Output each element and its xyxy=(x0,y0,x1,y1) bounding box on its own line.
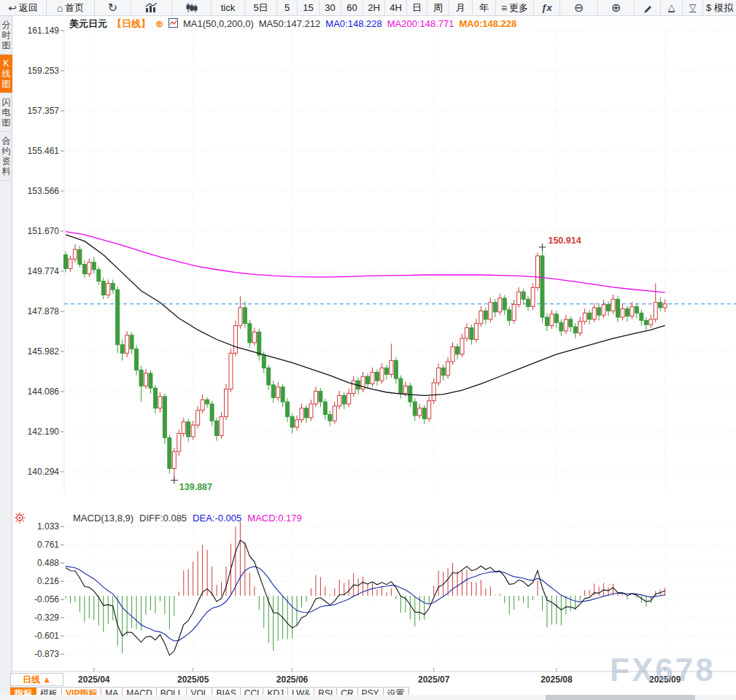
macd-params-label: MACD(13,8,9) xyxy=(73,513,133,524)
buy-button[interactable]: △ xyxy=(661,0,683,15)
period-year-button-label: 年 xyxy=(479,1,489,15)
period-month-button[interactable]: 月 xyxy=(449,0,473,15)
sidebar-item-lightning-chart[interactable]: 闪电图 xyxy=(0,93,12,132)
period-week-button-label: 周 xyxy=(433,1,443,15)
period-60min-button-label: 60 xyxy=(346,2,357,13)
period-selector-button[interactable]: 日线 ▲ xyxy=(10,673,63,686)
chart-header: 美元日元 【日线】 ⊕ MA1(50,0,200,0) MA50:147.212… xyxy=(69,18,516,29)
period-30min-button[interactable]: 30 xyxy=(319,0,341,15)
period-5min-button-label: 5 xyxy=(284,2,290,13)
period-2h-button-label: 2H xyxy=(368,2,380,13)
svg-text:144.086: 144.086 xyxy=(28,386,60,397)
low-annotation: 139.887 xyxy=(171,477,212,492)
macd-value-label: MACD:0.179 xyxy=(247,513,301,524)
horizontal-scrollbar[interactable] xyxy=(0,695,736,700)
refresh-icon: ↻ xyxy=(108,2,117,14)
svg-text:145.982: 145.982 xyxy=(28,346,60,357)
draw-button[interactable] xyxy=(635,0,661,15)
period-4h-button-label: 4H xyxy=(390,2,402,13)
svg-text:151.670: 151.670 xyxy=(28,226,60,236)
zoom-in-icon: ⊕ xyxy=(611,2,621,14)
more-button[interactable]: ≡更多 xyxy=(496,0,534,15)
diff-value-label: DIFF:0.085 xyxy=(139,513,187,524)
add-compare-icon[interactable]: ⊕ xyxy=(155,18,163,29)
left-sidebar: 分时图K线图闪电图合约资料 xyxy=(0,16,12,700)
home-button[interactable]: ⌂首页 xyxy=(47,0,95,15)
svg-text:157.357: 157.357 xyxy=(28,106,60,116)
sidebar-item-time-chart[interactable]: 分时图 xyxy=(0,16,12,55)
sidebar-item-kline-chart[interactable]: K线图 xyxy=(0,55,12,93)
triangle-down-icon: ▽ xyxy=(689,3,696,12)
svg-text:142.190: 142.190 xyxy=(28,427,60,437)
svg-text:139.887: 139.887 xyxy=(179,482,212,492)
svg-text:150.914: 150.914 xyxy=(548,236,581,246)
line-chart-icon xyxy=(145,3,158,12)
svg-text:159.253: 159.253 xyxy=(28,66,60,76)
period-year-button[interactable]: 年 xyxy=(473,0,496,15)
menu-icon: ≡ xyxy=(501,3,507,13)
period-15min-button[interactable]: 15 xyxy=(298,0,319,15)
period-tick-button[interactable]: tick xyxy=(212,0,245,15)
sell-button[interactable]: ▽ xyxy=(683,0,703,15)
candles-series xyxy=(64,244,667,481)
svg-text:140.294: 140.294 xyxy=(28,467,60,477)
period-day-button[interactable]: 日 xyxy=(407,0,427,15)
svg-text:0.216: 0.216 xyxy=(37,576,59,586)
simulate-button[interactable]: $ 模拟 xyxy=(703,0,736,15)
ma0-blue-label: MA0:148.228 xyxy=(325,18,381,29)
app-window: ↩返回⌂首页↻tick5日51530602H4H日周月年≡更多ƒx⊖⊕△▽$ 模… xyxy=(0,0,736,700)
period-15min-button-label: 15 xyxy=(303,2,313,13)
svg-text:-0.601: -0.601 xyxy=(34,631,59,641)
sidebar-item-contract-info[interactable]: 合约资料 xyxy=(0,132,12,181)
scrollbar-thumb[interactable] xyxy=(546,695,695,700)
back-button[interactable]: ↩返回 xyxy=(0,0,47,15)
candle-chart-icon xyxy=(186,3,198,12)
back-button-label: 返回 xyxy=(19,1,38,15)
period-week-button[interactable]: 周 xyxy=(427,0,449,15)
x-axis-label: 2025/07 xyxy=(418,674,449,685)
indicator-settings-icon[interactable] xyxy=(14,512,26,524)
period-60min-button[interactable]: 60 xyxy=(341,0,363,15)
mini-chart-icon xyxy=(168,18,178,30)
top-toolbar: ↩返回⌂首页↻tick5日51530602H4H日周月年≡更多ƒx⊖⊕△▽$ 模… xyxy=(0,0,736,16)
svg-text:153.566: 153.566 xyxy=(28,186,60,196)
period-label: 【日线】 xyxy=(112,18,150,31)
ma-params-label: MA1(50,0,200,0) xyxy=(183,18,254,29)
ma50-line xyxy=(66,235,665,395)
x-axis-label: 2025/04 xyxy=(78,674,109,685)
ma50-value-label: MA50:147.212 xyxy=(259,18,321,29)
svg-text:-0.056: -0.056 xyxy=(34,594,59,604)
zoom-out-icon: ⊖ xyxy=(574,2,584,14)
svg-text:147.878: 147.878 xyxy=(28,306,60,316)
macd-chart[interactable]: 1.0330.7610.4880.216-0.056-0.329-0.601-0… xyxy=(13,510,736,674)
zoom-out-button[interactable]: ⊖ xyxy=(560,0,598,15)
zoom-in-button[interactable]: ⊕ xyxy=(598,0,635,15)
macd-histogram xyxy=(66,521,665,653)
simulate-button-label: $ 模拟 xyxy=(706,1,733,15)
period-5min-button[interactable]: 5 xyxy=(277,0,298,15)
svg-text:161.149: 161.149 xyxy=(28,26,60,36)
macd-grid: 1.0330.7610.4880.216-0.056-0.329-0.601-0… xyxy=(34,521,736,669)
period-day-button-label: 日 xyxy=(412,1,422,15)
period-30min-button-label: 30 xyxy=(325,2,335,13)
watermark: FX678 xyxy=(610,652,716,688)
line-chart-button[interactable] xyxy=(131,0,172,15)
refresh-button[interactable]: ↻ xyxy=(95,0,131,15)
svg-text:155.461: 155.461 xyxy=(28,146,60,156)
period-4h-button[interactable]: 4H xyxy=(385,0,407,15)
svg-text:0.488: 0.488 xyxy=(37,558,59,568)
high-annotation: 150.914 xyxy=(538,236,581,251)
period-5day-button[interactable]: 5日 xyxy=(245,0,277,15)
x-axis-label: 2025/05 xyxy=(177,674,209,685)
indicator-fx-button[interactable]: ƒx xyxy=(534,0,560,15)
ma0-orange-label: MA0:148.228 xyxy=(459,18,516,29)
candle-chart-button[interactable] xyxy=(172,0,212,15)
period-tick-button-label: tick xyxy=(221,2,236,13)
fx-icon: ƒx xyxy=(541,2,551,13)
symbol-name: 美元日元 xyxy=(69,18,107,31)
triangle-up-icon: △ xyxy=(668,3,675,12)
main-price-chart[interactable]: 161.149159.253157.357155.461153.566151.6… xyxy=(13,18,736,510)
period-2h-button[interactable]: 2H xyxy=(363,0,385,15)
x-axis-label: 2025/08 xyxy=(541,674,572,685)
home-icon: ⌂ xyxy=(57,3,63,13)
